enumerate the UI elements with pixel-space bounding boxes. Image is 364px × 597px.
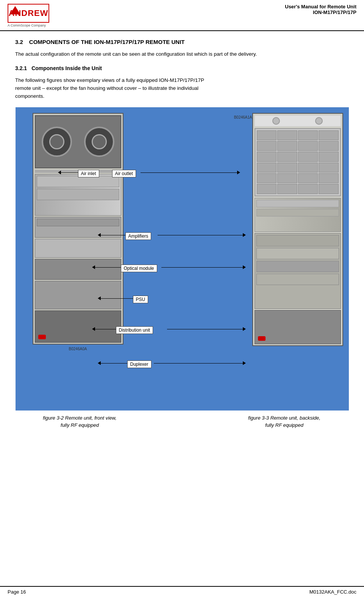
grid-cell — [257, 152, 277, 161]
duplexer-arrow-left — [98, 361, 101, 365]
air-outlet-arrow — [237, 171, 240, 174]
header-title-line1: User's Manual for Remote Unit — [285, 4, 356, 9]
distribution-unit-label: Distribution unit — [116, 326, 153, 334]
fan-2-inner — [92, 134, 107, 149]
right-mid-pcb — [255, 198, 341, 232]
amplifier-visual — [35, 174, 121, 216]
grid-cell — [257, 163, 277, 172]
duplexer-label: Duplexer — [127, 360, 152, 368]
psu-arrow-left — [98, 296, 101, 300]
grid-cell — [298, 184, 318, 194]
air-inlet-arrow — [58, 171, 61, 174]
optical-arrow-left — [92, 265, 95, 269]
section-heading: 3.2COMPONENTS OF THE ION-M17P/17P/17P RE… — [15, 39, 349, 45]
grid-cell — [319, 130, 339, 140]
top-brackets — [255, 115, 341, 127]
section-title: COMPONENTS OF THE ION-M17P/17P/17P REMOT… — [29, 39, 185, 45]
optical-arrow-right — [243, 265, 246, 269]
device-left-container: B0246A0A — [21, 113, 135, 409]
grid-cell — [298, 152, 318, 161]
air-outlet-label: Air outlet — [112, 170, 136, 177]
psu-visual — [35, 239, 121, 258]
grid-cell — [277, 141, 297, 151]
logo-area: ANDREW A CommScope Company — [8, 4, 49, 27]
subsection-heading: 3.2.1Components Inside the Unit — [15, 65, 349, 71]
air-inlet-connector — [61, 172, 80, 173]
fan-1 — [42, 127, 72, 157]
grid-cell — [298, 130, 318, 140]
fan-1-inner — [49, 134, 64, 149]
figure-wrapper: B0246A0A Air inlet Air outlet Amplifiers… — [16, 107, 349, 429]
grid-cell — [298, 141, 318, 151]
dist-visual — [35, 259, 121, 280]
dist-connector-left — [95, 329, 117, 329]
amplifiers-label: Amplifiers — [125, 232, 152, 240]
grid-fin-array — [255, 128, 341, 196]
duplexer-visual — [35, 281, 121, 309]
right-lower-pcb — [255, 233, 341, 309]
header-title: User's Manual for Remote Unit ION-M17P/1… — [285, 4, 356, 15]
grid-cell — [257, 141, 277, 151]
dist-arrow-left — [92, 327, 95, 331]
psu-connector-left — [101, 298, 134, 299]
dist-connector-right — [167, 329, 245, 329]
device-left — [33, 113, 123, 345]
duplexer-arrow-right — [243, 361, 246, 365]
page-number: Page 16 — [8, 589, 26, 595]
device-right — [252, 113, 343, 346]
header-title-line2: ION-M17P/17P/17P — [285, 9, 356, 15]
subsection-number: 3.2.1 — [15, 65, 27, 71]
bottom-visual — [35, 310, 121, 343]
fan-2 — [84, 127, 114, 157]
figures-captions: figure 3-2 Remote unit, front view, full… — [16, 414, 349, 429]
device-right-container: B0246A1A — [230, 113, 343, 409]
subsection-body-text: The following figures show exemplary vie… — [15, 77, 349, 100]
logo-box: ANDREW — [8, 4, 49, 23]
duplexer-connector-left — [101, 363, 128, 364]
grid-cell — [277, 130, 297, 140]
optical-connector-right — [161, 267, 245, 268]
air-outlet-connector — [141, 172, 239, 173]
fig-ref-left: B0246A0A — [21, 346, 135, 352]
page-header: ANDREW A CommScope Company User's Manual… — [0, 0, 364, 31]
caption-right-line1: figure 3-3 Remote unit, backside, — [224, 414, 345, 422]
optical-module-label: Optical module — [121, 265, 157, 272]
section-body-text: The actual configuration of the remote u… — [15, 50, 349, 58]
main-content: 3.2COMPONENTS OF THE ION-M17P/17P/17P RE… — [0, 31, 364, 440]
caption-right-line2: fully RF equipped — [224, 422, 345, 429]
section-number: 3.2 — [15, 39, 23, 45]
amplifiers-arrow-left — [98, 233, 101, 237]
grid-cell — [319, 184, 339, 194]
page-footer: Page 16 M0132AKA_FCC.doc — [0, 586, 364, 597]
grid-cell — [277, 173, 297, 183]
dist-arrow-right — [243, 327, 246, 331]
optical-visual — [35, 217, 121, 238]
grid-cell — [319, 173, 339, 183]
subsection-title: Components Inside the Unit — [31, 65, 102, 71]
air-inlet-label: Air inlet — [78, 170, 99, 177]
caption-left-line2: fully RF equipped — [19, 422, 141, 429]
fan-top-section — [35, 115, 121, 168]
right-bottom-section — [255, 310, 341, 344]
caption-left-line1: figure 3-2 Remote unit, front view, — [19, 414, 141, 422]
grid-cell — [257, 130, 277, 140]
logo-triangle-icon — [10, 6, 20, 14]
psu-label: PSU — [133, 296, 148, 303]
grid-cell — [277, 163, 297, 172]
grid-cell — [298, 163, 318, 172]
optical-connector-left — [95, 267, 122, 268]
grid-cell — [257, 184, 277, 194]
logo-subtitle: A CommScope Company — [8, 24, 46, 27]
grid-cell — [257, 173, 277, 183]
figure-inner: B0246A0A Air inlet Air outlet Amplifiers… — [16, 107, 349, 411]
caption-left: figure 3-2 Remote unit, front view, full… — [16, 414, 144, 429]
power-indicator-right — [258, 336, 266, 341]
grid-cell — [319, 152, 339, 161]
amplifiers-arrow-right — [243, 233, 246, 237]
grid-cell — [319, 163, 339, 172]
duplexer-connector-right — [154, 363, 245, 364]
grid-cell — [298, 173, 318, 183]
amplifiers-connector-right — [158, 235, 245, 235]
caption-right: figure 3-3 Remote unit, backside, fully … — [220, 414, 349, 429]
amplifiers-connector-left — [101, 235, 126, 235]
